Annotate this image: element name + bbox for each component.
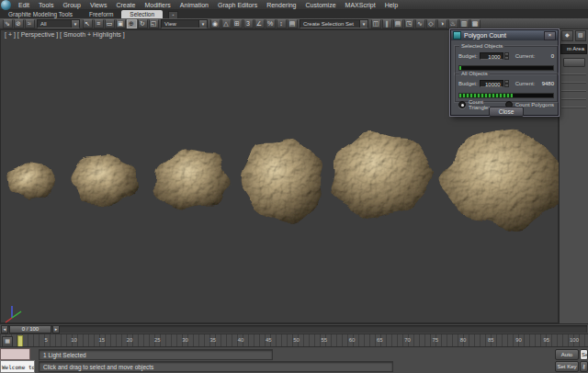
select-and-manipulate-icon[interactable]: △ <box>221 19 232 28</box>
all-budget-spinner[interactable] <box>504 80 509 87</box>
set-key-button[interactable]: Set Key <box>555 361 579 372</box>
ribbon-tab-freeform[interactable]: Freeform <box>81 10 121 18</box>
rock-6[interactable] <box>441 129 559 231</box>
chevron-down-icon[interactable]: ▾ <box>198 20 207 28</box>
budget-label: Budget: <box>458 81 478 86</box>
key-filters-icon[interactable]: ⚷ <box>580 361 588 372</box>
rendered-frame-window-icon[interactable]: ▥ <box>459 19 469 28</box>
radio-dot-icon <box>458 101 466 108</box>
graphite-ribbon-toggle-icon[interactable]: ◳ <box>404 19 414 28</box>
time-slider: ◂ 0 / 100 ▸ <box>0 323 588 333</box>
select-object-icon[interactable]: ↖ <box>83 19 93 28</box>
all-budget-field[interactable]: 10000 <box>480 80 503 87</box>
command-panel-tab-icon-2[interactable]: ▧ <box>575 30 587 41</box>
angle-snap-icon[interactable]: ∠ <box>254 19 265 28</box>
tick-label-85: 85 <box>488 337 494 343</box>
window-crossing-icon[interactable]: ▣ <box>116 19 126 28</box>
command-panel-button[interactable] <box>563 58 585 67</box>
material-editor-icon[interactable]: ◑ <box>437 19 447 28</box>
menu-maxscript[interactable]: MAXScript <box>341 2 380 8</box>
ribbon-tab-selection[interactable]: Selection <box>121 10 163 18</box>
close-button[interactable]: Close <box>489 107 524 117</box>
select-and-move-icon[interactable]: ⊕ <box>127 19 137 28</box>
selection-filter-dropdown[interactable]: All▾ <box>37 19 80 28</box>
polygon-count-icon <box>453 31 461 40</box>
tick-label-70: 70 <box>404 337 411 343</box>
align-icon[interactable]: ∥ <box>382 19 392 28</box>
menu-animation[interactable]: Animation <box>175 2 213 8</box>
tick-label-20: 20 <box>127 337 133 343</box>
next-frame-icon[interactable]: ▸ <box>52 325 60 333</box>
render-setup-icon[interactable]: ♨ <box>448 19 458 28</box>
curve-editor-icon[interactable]: ∿ <box>415 19 425 28</box>
prompt-line: Click and drag to select and move object… <box>39 361 393 372</box>
select-and-scale-icon[interactable]: ◱ <box>149 19 159 28</box>
all-objects-group: All Objects Budget: 10000 Current: 9480 <box>455 73 558 102</box>
rock-5[interactable] <box>331 130 434 218</box>
menu-rendering[interactable]: Rendering <box>262 2 300 8</box>
dialog-title-bar[interactable]: Polygon Count × <box>451 30 558 40</box>
rock-1[interactable] <box>7 163 54 199</box>
ribbon-tab-graphite-modeling-tools[interactable]: Graphite Modeling Tools <box>0 10 81 18</box>
time-slider-handle[interactable]: 0 / 100 <box>9 325 51 333</box>
key-filter-selected-dropdown[interactable]: Selected <box>580 349 588 360</box>
tick-label-25: 25 <box>154 337 161 343</box>
rock-3[interactable] <box>154 149 232 210</box>
selected-budget-field[interactable]: 1000 <box>480 52 503 60</box>
status-bar: Welcome to M 1 Light Selected Click and … <box>0 346 588 373</box>
tick-label-50: 50 <box>293 337 300 343</box>
menu-graph-editors[interactable]: Graph Editors <box>213 2 262 8</box>
chevron-down-icon[interactable]: ▾ <box>359 20 368 28</box>
menu-group[interactable]: Group <box>58 2 85 8</box>
percent-snap-icon[interactable]: % <box>266 19 276 28</box>
tick-label-90: 90 <box>515 337 522 343</box>
viewport-label[interactable]: [ + ] [ Perspective ] [ Smooth + Highlig… <box>5 31 125 38</box>
menu-tools[interactable]: Tools <box>34 2 58 8</box>
maxscript-mini-listener[interactable]: Welcome to M <box>0 360 35 373</box>
selection-region-icon[interactable]: ▭ <box>105 19 115 28</box>
tick-label-65: 65 <box>377 337 383 343</box>
keyboard-shortcut-override-icon[interactable]: ⊞ <box>232 19 243 28</box>
app-logo-icon[interactable] <box>1 0 11 10</box>
tick-label-60: 60 <box>349 337 356 343</box>
chevron-down-icon[interactable]: ▾ <box>71 20 79 28</box>
select-by-name-icon[interactable]: ≡ <box>94 19 104 28</box>
render-production-icon[interactable]: ▩ <box>470 19 481 28</box>
schematic-view-icon[interactable]: ◇ <box>426 19 436 28</box>
maxscript-mini-listener-macro[interactable] <box>0 348 30 360</box>
select-and-link-icon[interactable]: ⇘ <box>3 19 13 28</box>
select-and-rotate-icon[interactable]: ↻ <box>138 19 148 28</box>
tick-label-5: 5 <box>45 337 48 343</box>
x-axis-icon <box>6 318 12 322</box>
unlink-selection-icon[interactable]: ⊘ <box>14 19 24 28</box>
menu-views[interactable]: Views <box>85 2 112 8</box>
auto-key-button[interactable]: Auto Key <box>555 349 579 360</box>
rock-2[interactable] <box>71 155 138 206</box>
edit-named-selection-sets-icon[interactable]: ▤ <box>288 19 298 28</box>
track-bar[interactable]: ▦ 51015202530354045505560657075808590951… <box>0 333 588 346</box>
tick-label-40: 40 <box>238 337 244 343</box>
menu-modifiers[interactable]: Modifiers <box>140 2 175 8</box>
bind-to-space-warp-icon[interactable]: ≈ <box>25 19 35 28</box>
mirror-icon[interactable]: ◫ <box>371 19 381 28</box>
previous-frame-icon[interactable]: ◂ <box>1 325 8 333</box>
menu-help[interactable]: Help <box>380 2 402 8</box>
layer-manager-icon[interactable]: ▤ <box>393 19 403 28</box>
selected-budget-spinner[interactable] <box>504 52 509 60</box>
reference-coordinate-system-dropdown[interactable]: View▾ <box>161 19 208 28</box>
menu-edit[interactable]: Edit <box>14 2 34 8</box>
command-panel-tab-icon-1[interactable]: ◆ <box>561 30 573 41</box>
ribbon-tab-bar: Graphite Modeling ToolsFreeformSelection… <box>0 10 588 18</box>
use-pivot-point-center-icon[interactable]: ◉ <box>210 19 220 28</box>
dialog-close-icon[interactable]: × <box>544 31 556 40</box>
named-selection-set-dropdown[interactable]: Create Selection Set▾ <box>300 19 368 28</box>
snaps-toggle-3d-icon[interactable]: 3 <box>243 19 254 28</box>
time-slider-track[interactable] <box>1 325 587 333</box>
rollout-separator <box>561 98 586 100</box>
command-panel-dropdown[interactable]: m Area <box>560 44 587 54</box>
spinner-snap-icon[interactable]: ↕ <box>277 19 287 28</box>
rock-4[interactable] <box>241 139 322 223</box>
command-panel: ◆▧ m Area <box>559 29 588 323</box>
menu-create[interactable]: Create <box>111 2 140 8</box>
menu-customize[interactable]: Customize <box>300 2 340 8</box>
